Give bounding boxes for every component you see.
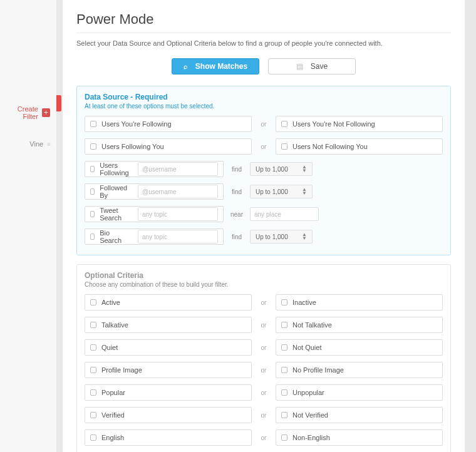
option-label: Bio Search (100, 229, 133, 244)
or-separator: or (257, 389, 271, 396)
checkbox[interactable] (90, 188, 95, 195)
text-input[interactable] (138, 185, 218, 198)
option-row: TalkativeorNot Talkative (85, 317, 443, 333)
option-tweet-search[interactable]: Tweet Search (85, 206, 224, 222)
text-input[interactable] (138, 162, 218, 176)
checkbox[interactable] (281, 121, 287, 127)
select-arrows-icon: ▲▼ (302, 165, 307, 172)
checkbox[interactable] (281, 389, 287, 396)
active-indicator (56, 95, 61, 111)
or-separator: or (257, 299, 271, 306)
option-label: Non-English (292, 434, 330, 441)
checkbox[interactable] (281, 299, 287, 306)
checkbox[interactable] (90, 143, 96, 150)
option-label: Profile Image (101, 366, 142, 374)
option-bio-search[interactable]: Bio Search (85, 229, 224, 245)
option-popular[interactable]: Popular (85, 384, 252, 401)
data-source-title: Data Source - Required (85, 93, 443, 101)
option-non-english[interactable]: Non-English (276, 429, 443, 446)
input-row: Users FollowingfindUp to 1,000▲▼ (85, 161, 443, 177)
or-separator: or (257, 367, 271, 374)
checkbox[interactable] (281, 412, 287, 418)
find-label: find (229, 234, 245, 240)
checkbox[interactable] (90, 121, 96, 127)
checkbox[interactable] (90, 322, 96, 328)
or-separator: or (257, 121, 271, 128)
limit-select[interactable]: Up to 1,000▲▼ (250, 162, 313, 176)
create-filter-label: Create Filter (3, 105, 38, 120)
show-matches-label: Show Matches (195, 62, 247, 71)
checkbox[interactable] (281, 322, 287, 328)
page-title: Power Mode (76, 11, 451, 28)
or-separator: or (257, 322, 271, 329)
text-input[interactable] (138, 207, 218, 221)
option-row: Profile ImageorNo Profile Image (85, 362, 443, 378)
plus-icon: + (42, 108, 50, 117)
option-unpopular[interactable]: Unpopular (276, 384, 443, 401)
checkbox[interactable] (90, 434, 96, 441)
option-label: Popular (101, 389, 125, 396)
option-label: Inactive (292, 299, 316, 306)
option-not-verified[interactable]: Not Verified (276, 407, 443, 423)
optional-title: Optional Criteria (85, 271, 443, 280)
option-english[interactable]: English (85, 429, 252, 446)
option-users-not-following-you[interactable]: Users Not Following You (276, 138, 443, 155)
option-not-talkative[interactable]: Not Talkative (276, 317, 443, 333)
select-arrows-icon: ▲▼ (302, 188, 307, 195)
option-label: Not Quiet (292, 344, 321, 351)
checkbox[interactable] (90, 389, 96, 396)
optional-criteria-panel: Optional Criteria Choose any combination… (76, 264, 451, 452)
save-button[interactable]: ▤ Save (268, 58, 356, 74)
option-label: No Profile Image (292, 366, 344, 374)
option-label: Not Verified (292, 411, 328, 419)
option-inactive[interactable]: Inactive (276, 294, 443, 311)
checkbox[interactable] (281, 143, 287, 150)
or-separator: or (257, 434, 271, 441)
or-separator: or (257, 344, 271, 351)
option-row: EnglishorNon-English (85, 429, 443, 446)
option-no-profile-image[interactable]: No Profile Image (276, 362, 443, 378)
text-input[interactable] (138, 230, 218, 244)
option-label: Users You're Not Following (292, 120, 375, 128)
checkbox[interactable] (90, 367, 96, 373)
input-row: Bio SearchfindUp to 1,000▲▼ (85, 229, 443, 245)
option-label: Active (101, 299, 120, 306)
checkbox[interactable] (90, 412, 96, 418)
checkbox[interactable] (281, 367, 287, 373)
checkbox[interactable] (90, 299, 96, 306)
option-verified[interactable]: Verified (85, 407, 252, 423)
option-row: Users Following YouorUsers Not Following… (85, 138, 443, 155)
checkbox[interactable] (281, 344, 287, 351)
option-users-you-re-not-following[interactable]: Users You're Not Following (276, 116, 443, 132)
checkbox[interactable] (90, 234, 95, 240)
search-icon: ⌕ (184, 63, 188, 70)
option-users-you-re-following[interactable]: Users You're Following (85, 116, 252, 132)
limit-select[interactable]: Up to 1,000▲▼ (250, 230, 313, 244)
checkbox[interactable] (90, 166, 95, 172)
checkbox[interactable] (90, 344, 96, 351)
option-label: Users You're Following (101, 120, 172, 128)
option-users-following[interactable]: Users Following (85, 161, 224, 177)
option-active[interactable]: Active (85, 294, 252, 311)
near-label: near (229, 211, 245, 218)
menu-icon: ≡ (47, 141, 50, 148)
input-row: Tweet Searchnear (85, 206, 443, 222)
sidebar-item-vine[interactable]: Vine ≡ (0, 135, 56, 153)
save-label: Save (311, 62, 328, 71)
option-not-quiet[interactable]: Not Quiet (276, 339, 443, 356)
near-input[interactable] (250, 207, 319, 221)
option-users-following-you[interactable]: Users Following You (85, 138, 252, 155)
limit-select[interactable]: Up to 1,000▲▼ (250, 185, 313, 198)
option-quiet[interactable]: Quiet (85, 339, 252, 356)
checkbox[interactable] (281, 434, 287, 441)
option-profile-image[interactable]: Profile Image (85, 362, 252, 378)
option-label: Talkative (101, 321, 128, 329)
option-followed-by[interactable]: Followed By (85, 183, 224, 200)
create-filter-link[interactable]: Create Filter + (0, 100, 56, 125)
option-label: Users Following You (101, 143, 164, 150)
option-talkative[interactable]: Talkative (85, 317, 252, 333)
checkbox[interactable] (90, 211, 95, 217)
option-row: VerifiedorNot Verified (85, 407, 443, 423)
show-matches-button[interactable]: ⌕ Show Matches (172, 58, 259, 74)
select-value: Up to 1,000 (256, 166, 288, 173)
